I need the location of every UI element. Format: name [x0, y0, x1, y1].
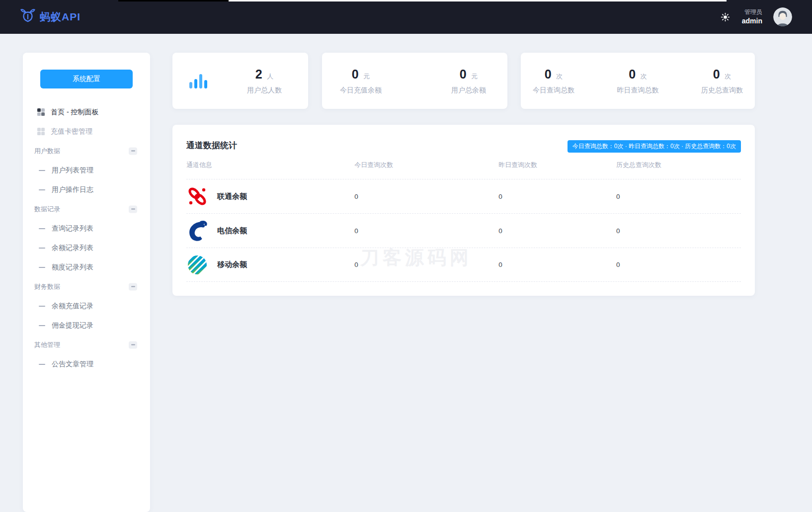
dash-bullet-icon	[39, 189, 45, 190]
dash-bullet-icon	[39, 248, 45, 249]
dash-bullet-icon	[39, 170, 45, 171]
stat-unit: 元	[363, 73, 370, 80]
section-label: 其他管理	[34, 341, 60, 349]
sidebar-section-user-data: 用户数据	[23, 141, 150, 161]
sidebar-item-label: 用户列表管理	[52, 166, 93, 175]
sidebar-item-user-list[interactable]: 用户列表管理	[23, 161, 150, 180]
sidebar-item-home[interactable]: 首页 - 控制面板	[23, 102, 150, 122]
sidebar-item-announcements[interactable]: 公告文章管理	[23, 354, 150, 374]
collapse-minus-icon[interactable]	[129, 283, 137, 290]
stat-today-queries: 0 次 今日查询总数	[530, 67, 577, 95]
table-header-row: 通道信息 今日查询次数 昨日查询次数 历史总查询次数	[186, 151, 741, 179]
channel-yesterday-count: 0	[498, 261, 616, 268]
stat-card-balance: 0 元 今日充值余额 0 元 用户总余额	[322, 53, 507, 109]
navbar-right: 管理员 admin	[720, 7, 792, 26]
sidebar-item-balance-records[interactable]: 余额记录列表	[23, 238, 150, 257]
channel-name: 移动余额	[217, 260, 247, 269]
stat-card-users: 2 人 用户总人数	[172, 53, 308, 109]
china-telecom-logo-icon	[186, 220, 208, 242]
user-name: admin	[742, 16, 762, 26]
logo-text: 蚂蚁API	[40, 10, 81, 24]
stat-users-total: 2 人 用户总人数	[241, 67, 288, 95]
sidebar-item-label: 佣金提现记录	[52, 321, 93, 330]
channel-total-count: 0	[616, 227, 741, 235]
sidebar-section-other: 其他管理	[23, 335, 150, 354]
sidebar-section-data-records: 数据记录	[23, 199, 150, 219]
sidebar-item-label: 余额记录列表	[52, 244, 93, 253]
section-label: 财务数据	[34, 282, 60, 291]
system-config-button[interactable]: 系统配置	[40, 70, 133, 88]
user-avatar[interactable]	[773, 7, 792, 26]
panel-title: 通道数据统计	[186, 141, 237, 150]
table-row-mobile: 移动余额 0 0 0	[186, 248, 741, 282]
stat-label: 历史总查询数	[698, 86, 746, 95]
sidebar-item-label: 用户操作日志	[52, 185, 93, 194]
sidebar-item-label: 充值卡密管理	[51, 127, 92, 136]
channel-total-count: 0	[616, 261, 741, 268]
stat-today-recharge: 0 元 今日充值余额	[337, 67, 385, 95]
stat-label: 今日查询总数	[530, 86, 577, 95]
stat-value: 0	[352, 67, 359, 81]
channel-name: 电信余额	[217, 226, 247, 236]
section-label: 数据记录	[34, 205, 60, 214]
theme-sun-icon[interactable]	[720, 11, 731, 22]
stat-total-balance: 0 元 用户总余额	[445, 67, 492, 95]
stat-label: 昨日查询总数	[614, 86, 662, 95]
sidebar-item-recharge-cards[interactable]: 充值卡密管理	[23, 122, 150, 141]
sidebar-item-commission-withdraw[interactable]: 佣金提现记录	[23, 316, 150, 335]
stat-unit: 元	[471, 73, 478, 80]
sidebar-item-label: 查询记录列表	[52, 224, 93, 233]
sidebar-item-quota-records[interactable]: 额度记录列表	[23, 257, 150, 277]
dash-bullet-icon	[39, 228, 45, 229]
browser-edge-artifact	[0, 0, 812, 1]
col-header-yesterday: 昨日查询次数	[498, 161, 616, 170]
channel-today-count: 0	[354, 227, 498, 235]
dash-bullet-icon	[39, 267, 45, 268]
col-header-total: 历史总查询次数	[616, 161, 741, 170]
sidebar-item-query-records[interactable]: 查询记录列表	[23, 219, 150, 238]
sidebar-item-recharge-records[interactable]: 余额充值记录	[23, 296, 150, 316]
stat-label: 今日充值余额	[337, 86, 385, 95]
channel-total-count: 0	[616, 193, 741, 200]
sidebar-item-label: 首页 - 控制面板	[51, 108, 98, 117]
dash-bullet-icon	[39, 306, 45, 307]
sidebar-section-finance: 财务数据	[23, 277, 150, 296]
channel-today-count: 0	[354, 261, 498, 268]
stat-unit: 次	[556, 73, 563, 80]
channel-yesterday-count: 0	[498, 227, 616, 235]
stat-history-queries: 0 次 历史总查询数	[698, 67, 746, 95]
user-role: 管理员	[742, 8, 762, 16]
sidebar-item-label: 余额充值记录	[52, 302, 93, 311]
sidebar-item-label: 公告文章管理	[52, 360, 93, 369]
sidebar: 系统配置 首页 - 控制面板 充值卡密管理 用户数据 用户列表管理 用户操作日志	[23, 53, 150, 512]
sidebar-item-label: 额度记录列表	[52, 263, 93, 272]
dash-bullet-icon	[39, 364, 45, 365]
dash-bullet-icon	[39, 325, 45, 326]
sidebar-item-user-logs[interactable]: 用户操作日志	[23, 180, 150, 199]
china-unicom-logo-icon	[186, 185, 208, 207]
stat-unit: 次	[725, 73, 731, 80]
stat-card-queries: 0 次 今日查询总数 0 次 昨日查询总数 0 次 历史总查询数	[521, 53, 755, 109]
sidebar-menu: 首页 - 控制面板 充值卡密管理 用户数据 用户列表管理 用户操作日志 数据记录	[23, 102, 150, 374]
bar-chart-icon	[189, 74, 207, 88]
stat-label: 用户总人数	[241, 86, 288, 95]
grid-icon	[37, 128, 45, 135]
user-meta[interactable]: 管理员 admin	[742, 8, 762, 25]
collapse-minus-icon[interactable]	[129, 147, 137, 155]
col-header-today: 今日查询次数	[354, 161, 498, 170]
top-navbar: 蚂蚁API 管理员 admin	[0, 0, 812, 34]
stat-value: 0	[629, 67, 636, 81]
panel-header: 通道数据统计 今日查询总数：0次 · 昨日查询总数：0次 · 历史总查询数：0次	[172, 125, 755, 151]
col-header-channel: 通道信息	[186, 161, 354, 170]
grid-icon	[37, 108, 45, 116]
stat-unit: 次	[641, 73, 647, 80]
section-label: 用户数据	[34, 147, 60, 156]
collapse-minus-icon[interactable]	[129, 205, 137, 213]
stat-unit: 人	[267, 73, 273, 80]
collapse-minus-icon[interactable]	[129, 341, 137, 348]
channel-today-count: 0	[354, 193, 498, 200]
china-mobile-logo-icon	[186, 254, 208, 276]
stat-value: 0	[460, 67, 467, 81]
stat-yesterday-queries: 0 次 昨日查询总数	[614, 67, 662, 95]
brand-logo[interactable]: 蚂蚁API	[20, 8, 81, 26]
